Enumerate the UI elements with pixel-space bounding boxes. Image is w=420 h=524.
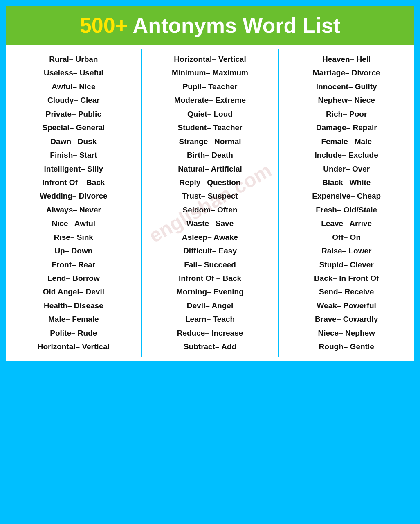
word-pair: Raise– Lower xyxy=(283,244,410,257)
word-pair: Expensive– Cheap xyxy=(283,189,410,203)
word-pair: Birth– Death xyxy=(146,148,274,162)
word-pair: Waste– Save xyxy=(146,217,274,230)
word-pair: Send– Receive xyxy=(283,285,410,298)
word-pair: Private– Public xyxy=(10,107,137,121)
word-pair: Pupil– Teacher xyxy=(146,80,274,93)
word-pair: Horizontal– Vertical xyxy=(10,340,137,353)
word-pair: Seldom– Often xyxy=(146,203,274,217)
word-pair: Minimum– Maximum xyxy=(146,66,274,79)
word-pair: Polite– Rude xyxy=(10,326,137,340)
word-pair: Niece– Nephew xyxy=(283,326,410,340)
word-pair: Fresh– Old/Stale xyxy=(283,203,410,217)
word-pair: Brave– Cowardly xyxy=(283,312,410,326)
word-pair: Male– Female xyxy=(10,312,137,326)
columns: Rural– UrbanUseless– UsefulAwful– NiceCl… xyxy=(6,45,414,361)
page-header: 500+ Antonyms Word List xyxy=(6,6,414,45)
word-pair: Stupid– Clever xyxy=(283,258,410,271)
columns-wrapper: englishan.com Rural– UrbanUseless– Usefu… xyxy=(6,45,414,361)
word-pair: Rich– Poor xyxy=(283,107,410,121)
column-1: Rural– UrbanUseless– UsefulAwful– NiceCl… xyxy=(6,49,142,357)
word-pair: Always– Never xyxy=(10,203,137,217)
word-pair: Strange– Normal xyxy=(146,135,274,148)
word-pair: Quiet– Loud xyxy=(146,107,274,121)
word-pair: Infront Of – Back xyxy=(146,271,274,285)
word-pair: Rough– Gentle xyxy=(283,340,410,353)
word-pair: Subtract– Add xyxy=(146,340,274,353)
word-pair: Marriage– Divorce xyxy=(283,66,410,79)
word-pair: Weak– Powerful xyxy=(283,299,410,312)
word-pair: Useless– Useful xyxy=(10,66,137,79)
word-pair: Rural– Urban xyxy=(10,52,137,66)
word-pair: Asleep– Awake xyxy=(146,230,274,244)
word-pair: Black– White xyxy=(283,176,410,189)
word-pair: Health– Disease xyxy=(10,299,137,312)
word-pair: Include– Exclude xyxy=(283,148,410,162)
title-number: 500+ xyxy=(80,14,128,37)
word-pair: Old Angel– Devil xyxy=(10,285,137,298)
column-3: Heaven– HellMarriage– DivorceInnocent– G… xyxy=(279,49,414,357)
word-pair: Nice– Awful xyxy=(10,217,137,230)
word-pair: Nephew– Niece xyxy=(283,93,410,107)
word-pair: Morning– Evening xyxy=(146,285,274,298)
word-pair: Intelligent– Silly xyxy=(10,162,137,176)
word-pair: Lend– Borrow xyxy=(10,271,137,285)
word-pair: Dawn– Dusk xyxy=(10,135,137,148)
word-pair: Front– Rear xyxy=(10,258,137,271)
word-pair: Off– On xyxy=(283,230,410,244)
word-pair: Innocent– Guilty xyxy=(283,80,410,93)
word-pair: Female– Male xyxy=(283,135,410,148)
word-pair: Moderate– Extreme xyxy=(146,93,274,107)
word-pair: Devil– Angel xyxy=(146,299,274,312)
word-pair: Special– General xyxy=(10,121,137,134)
word-pair: Finish– Start xyxy=(10,148,137,162)
word-pair: Wedding– Divorce xyxy=(10,189,137,203)
word-pair: Back– In Front Of xyxy=(283,271,410,285)
page-title: 500+ Antonyms Word List xyxy=(14,13,406,38)
word-pair: Damage– Repair xyxy=(283,121,410,134)
word-pair: Difficult– Easy xyxy=(146,244,274,257)
word-pair: Rise– Sink xyxy=(10,230,137,244)
word-pair: Reduce– Increase xyxy=(146,326,274,340)
word-pair: Fail– Succeed xyxy=(146,258,274,271)
title-text: Antonyms Word List xyxy=(133,14,340,37)
word-pair: Natural– Artificial xyxy=(146,162,274,176)
word-pair: Under– Over xyxy=(283,162,410,176)
word-pair: Awful– Nice xyxy=(10,80,137,93)
word-pair: Infront Of – Back xyxy=(10,176,137,189)
word-pair: Learn– Teach xyxy=(146,312,274,326)
word-pair: Student– Teacher xyxy=(146,121,274,134)
word-pair: Reply– Question xyxy=(146,176,274,189)
word-pair: Heaven– Hell xyxy=(283,52,410,66)
main-container: 500+ Antonyms Word List englishan.com Ru… xyxy=(4,4,416,363)
column-2: Horizontal– VerticalMinimum– MaximumPupi… xyxy=(142,49,279,357)
word-pair: Up– Down xyxy=(10,244,137,257)
word-pair: Trust– Suspect xyxy=(146,189,274,203)
word-pair: Horizontal– Vertical xyxy=(146,52,274,66)
word-pair: Cloudy– Clear xyxy=(10,93,137,107)
word-pair: Leave– Arrive xyxy=(283,217,410,230)
